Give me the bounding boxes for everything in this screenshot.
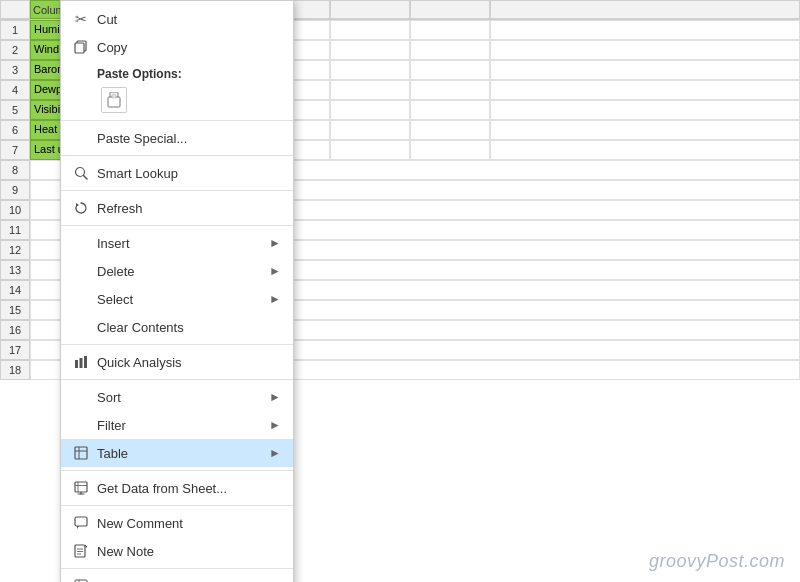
menu-item-delete[interactable]: Delete ► (61, 257, 293, 285)
row-num-6: 6 (0, 120, 30, 140)
cell-rest-4 (490, 80, 800, 100)
svg-line-6 (84, 176, 88, 180)
cell-f3[interactable] (410, 60, 490, 80)
delete-icon (71, 261, 91, 281)
svg-rect-10 (84, 356, 87, 368)
row-num-3: 3 (0, 60, 30, 80)
refresh-label: Refresh (97, 201, 281, 216)
row-num-1: 1 (0, 20, 30, 40)
row-num-14: 14 (0, 280, 30, 300)
menu-item-new-comment[interactable]: New Comment (61, 509, 293, 537)
row-num-12: 12 (0, 240, 30, 260)
cell-rest-7 (490, 140, 800, 160)
cell-f2[interactable] (410, 40, 490, 60)
row-num-10: 10 (0, 200, 30, 220)
filter-icon (71, 415, 91, 435)
clear-contents-icon (71, 317, 91, 337)
corner-cell (0, 0, 30, 19)
cell-f5[interactable] (410, 100, 490, 120)
cell-f7[interactable] (410, 140, 490, 160)
row-num-2: 2 (0, 40, 30, 60)
table-icon (71, 443, 91, 463)
clear-contents-label: Clear Contents (97, 320, 281, 335)
svg-rect-29 (75, 545, 85, 557)
separator-3 (61, 190, 293, 191)
row-num-7: 7 (0, 140, 30, 160)
new-comment-icon (71, 513, 91, 533)
separator-1 (61, 120, 293, 121)
row-num-15: 15 (0, 300, 30, 320)
row-num-17: 17 (0, 340, 30, 360)
filter-label: Filter (97, 418, 265, 433)
cell-f6[interactable] (410, 120, 490, 140)
cell-e6[interactable] (330, 120, 410, 140)
separator-8 (61, 505, 293, 506)
svg-rect-8 (75, 360, 78, 368)
paste-options-label: Paste Options: (97, 67, 281, 81)
delete-arrow: ► (269, 264, 281, 278)
cell-e7[interactable] (330, 140, 410, 160)
row-num-16: 16 (0, 320, 30, 340)
menu-item-get-data[interactable]: Get Data from Sheet... (61, 474, 293, 502)
menu-item-copy[interactable]: Copy (61, 33, 293, 61)
separator-4 (61, 225, 293, 226)
paste-icon-1[interactable] (101, 87, 127, 113)
svg-rect-1 (75, 43, 84, 53)
menu-item-refresh[interactable]: Refresh (61, 194, 293, 222)
context-menu: ✂ Cut Copy Paste Options: (60, 0, 294, 582)
sort-label: Sort (97, 390, 265, 405)
row-num-4: 4 (0, 80, 30, 100)
separator-7 (61, 470, 293, 471)
format-cells-label: Format Cells... (97, 579, 281, 583)
new-comment-label: New Comment (97, 516, 281, 531)
cell-e5[interactable] (330, 100, 410, 120)
menu-item-sort[interactable]: Sort ► (61, 383, 293, 411)
delete-label: Delete (97, 264, 265, 279)
insert-label: Insert (97, 236, 265, 251)
menu-item-clear-contents[interactable]: Clear Contents (61, 313, 293, 341)
insert-arrow: ► (269, 236, 281, 250)
svg-rect-11 (75, 447, 87, 459)
menu-item-paste-special[interactable]: Paste Special... (61, 124, 293, 152)
cell-rest-3 (490, 60, 800, 80)
copy-icon (71, 37, 91, 57)
smart-lookup-icon (71, 163, 91, 183)
separator-6 (61, 379, 293, 380)
separator-5 (61, 344, 293, 345)
menu-item-insert[interactable]: Insert ► (61, 229, 293, 257)
cell-f4[interactable] (410, 80, 490, 100)
svg-rect-9 (80, 358, 83, 368)
cell-e2[interactable] (330, 40, 410, 60)
format-cells-icon (71, 576, 91, 582)
row-num-5: 5 (0, 100, 30, 120)
cell-e3[interactable] (330, 60, 410, 80)
menu-item-select[interactable]: Select ► (61, 285, 293, 313)
get-data-icon (71, 478, 91, 498)
copy-label: Copy (97, 40, 281, 55)
col-header-6[interactable] (410, 0, 490, 19)
menu-item-new-note[interactable]: New Note (61, 537, 293, 565)
menu-item-paste-header: Paste Options: (61, 61, 293, 85)
cell-e1[interactable] (330, 20, 410, 40)
select-icon (71, 289, 91, 309)
menu-item-smart-lookup[interactable]: Smart Lookup (61, 159, 293, 187)
cell-e4[interactable] (330, 80, 410, 100)
menu-item-quick-analysis[interactable]: Quick Analysis (61, 348, 293, 376)
menu-item-table[interactable]: Table ► Totals Row Convert to Range (61, 439, 293, 467)
select-arrow: ► (269, 292, 281, 306)
menu-item-paste-icon[interactable] (61, 85, 293, 117)
new-note-label: New Note (97, 544, 281, 559)
sort-icon (71, 387, 91, 407)
sort-arrow: ► (269, 390, 281, 404)
separator-9 (61, 568, 293, 569)
filter-arrow: ► (269, 418, 281, 432)
col-header-5[interactable] (330, 0, 410, 19)
smart-lookup-label: Smart Lookup (97, 166, 281, 181)
svg-rect-4 (112, 94, 116, 98)
menu-item-filter[interactable]: Filter ► (61, 411, 293, 439)
row-num-11: 11 (0, 220, 30, 240)
cell-f1[interactable] (410, 20, 490, 40)
get-data-label: Get Data from Sheet... (97, 481, 281, 496)
menu-item-format-cells[interactable]: Format Cells... (61, 572, 293, 582)
menu-item-cut[interactable]: ✂ Cut (61, 5, 293, 33)
